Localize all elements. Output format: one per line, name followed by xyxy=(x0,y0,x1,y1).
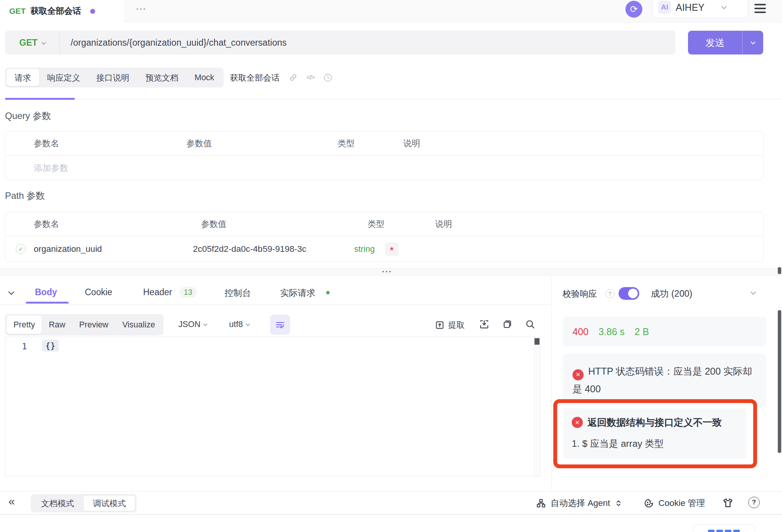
tab-console[interactable]: 控制台 xyxy=(224,287,251,299)
chevron-down-icon xyxy=(203,322,208,326)
sync-icon[interactable]: ⟳ xyxy=(625,1,642,18)
collapse-sidebar-icon[interactable]: « xyxy=(8,495,15,508)
body-view-segment: Pretty Raw Preview Visualize xyxy=(5,314,163,335)
workspace-selector[interactable]: AI AIHEY xyxy=(652,0,748,18)
send-button[interactable]: 发送 xyxy=(688,31,742,55)
search-icon[interactable] xyxy=(525,319,536,330)
editor-scrollbar[interactable] xyxy=(534,337,540,476)
copy-icon[interactable] xyxy=(502,319,513,330)
response-body-editor[interactable]: 1 {} xyxy=(5,337,540,476)
mode-segment: 文档模式 调试模式 xyxy=(31,494,137,512)
up-down-icon xyxy=(615,499,622,508)
request-tab[interactable]: GET 获取全部会话 xyxy=(0,0,125,22)
chevron-down-icon[interactable] xyxy=(751,289,756,295)
status-code: 400 xyxy=(572,326,589,337)
column-header-name: 参数名 xyxy=(34,138,186,149)
cookie-manager-button[interactable]: Cookie 管理 xyxy=(644,497,705,509)
path-params-heading: Path 参数 xyxy=(5,190,45,202)
column-header-desc: 说明 xyxy=(403,138,420,149)
tab-header[interactable]: Header xyxy=(143,287,172,297)
enabled-check-icon[interactable]: ✓ xyxy=(16,244,26,254)
more-tabs-button[interactable]: ⋯ xyxy=(132,0,150,18)
column-header-type: 类型 xyxy=(338,138,403,149)
schema-error-title: 返回数据结构与接口定义不一致 xyxy=(587,416,722,429)
word-wrap-button[interactable] xyxy=(270,315,290,335)
ai-badge: AI xyxy=(658,1,671,14)
response-time: 3.86 s xyxy=(599,326,625,337)
response-meta-card: 400 3.86 s 2 B xyxy=(563,317,766,347)
validate-response-label: 校验响应 xyxy=(563,288,597,300)
link-icon[interactable] xyxy=(289,73,298,82)
tab-api-description[interactable]: 接口说明 xyxy=(88,69,137,86)
splitter-handle-icon[interactable]: ⋯ xyxy=(381,265,393,278)
tab-mock[interactable]: Mock xyxy=(186,69,222,86)
actual-request-dot-icon xyxy=(326,291,330,294)
debug-mode-button[interactable]: 调试模式 xyxy=(83,495,135,511)
right-scroll-thumb[interactable] xyxy=(778,267,781,274)
format-value: JSON xyxy=(178,320,200,329)
extract-button[interactable]: 提取 xyxy=(435,319,465,330)
path-table-header: 参数名 参数值 类型 说明 xyxy=(5,212,763,236)
code-icon[interactable]: </> xyxy=(306,74,315,81)
method-label: GET xyxy=(19,38,37,48)
param-value-input[interactable]: 2c05f2d2-da0c-4b59-9198-3c xyxy=(193,244,354,254)
sitemap-icon xyxy=(536,498,546,508)
param-row-organization-uuid[interactable]: ✓ organization_uuid 2c05f2d2-da0c-4b59-9… xyxy=(5,236,763,261)
bottom-divider xyxy=(0,514,782,515)
expected-response-select[interactable]: 成功 (200) xyxy=(651,287,692,300)
column-header-type: 类型 xyxy=(368,218,435,230)
tab-actual-request[interactable]: 实际请求 xyxy=(280,287,315,299)
chevron-down-icon xyxy=(41,40,46,45)
tab-body[interactable]: Body xyxy=(35,287,57,297)
right-scroll-thumb[interactable] xyxy=(778,310,781,453)
tab-response-definition[interactable]: 响应定义 xyxy=(39,69,88,86)
question-icon[interactable]: ? xyxy=(748,497,760,508)
download-icon[interactable] xyxy=(479,319,490,330)
active-tab-indicator xyxy=(5,98,75,100)
partial-button[interactable] xyxy=(693,524,755,532)
schema-error-card: ✕ 返回数据结构与接口定义不一致 1. $ 应当是 array 类型 xyxy=(563,408,746,459)
doc-tabs-segment: 请求 响应定义 接口说明 预览文档 Mock xyxy=(5,68,224,88)
validate-toggle[interactable] xyxy=(619,287,639,300)
tshirt-icon[interactable] xyxy=(722,497,734,509)
mode-pretty[interactable]: Pretty xyxy=(7,316,42,334)
path-params-table: 参数名 参数值 类型 说明 ✓ organization_uuid 2c05f2… xyxy=(5,212,764,262)
history-clock-icon[interactable] xyxy=(323,73,333,83)
doc-mode-button[interactable]: 文档模式 xyxy=(32,495,83,511)
vertical-panel-divider xyxy=(551,276,552,491)
mode-preview[interactable]: Preview xyxy=(72,316,115,334)
editor-scroll-thumb[interactable] xyxy=(535,338,539,345)
error-icon: ✕ xyxy=(572,417,583,428)
send-options-button[interactable] xyxy=(742,31,763,55)
footer-bar: « 文档模式 调试模式 自动选择 Agent Cookie 管理 ? xyxy=(0,491,782,514)
column-header-name: 参数名 xyxy=(34,218,201,230)
mode-raw[interactable]: Raw xyxy=(42,316,72,334)
chevron-down-icon xyxy=(721,4,727,9)
add-param-placeholder: 添加参数 xyxy=(34,162,68,174)
hamburger-menu-icon[interactable] xyxy=(754,4,766,13)
format-select[interactable]: JSON xyxy=(178,320,207,329)
json-content: {} xyxy=(42,340,59,352)
tab-cookie[interactable]: Cookie xyxy=(85,287,112,297)
collapse-response-button[interactable] xyxy=(9,289,13,296)
method-select[interactable]: GET xyxy=(5,31,60,55)
panel-splitter[interactable]: ⋯ xyxy=(0,268,782,276)
doc-tabs-row: 请求 响应定义 接口说明 预览文档 Mock 获取全部会话 </> xyxy=(5,68,333,88)
agent-selector[interactable]: 自动选择 Agent xyxy=(536,497,622,509)
add-param-row[interactable]: 添加参数 xyxy=(5,156,763,180)
mode-visualize[interactable]: Visualize xyxy=(115,316,162,334)
query-params-table: 参数名 参数值 类型 说明 添加参数 xyxy=(5,131,764,180)
cookie-label: Cookie 管理 xyxy=(658,497,705,509)
header-count-badge: 13 xyxy=(180,287,196,298)
encoding-select[interactable]: utf8 xyxy=(229,320,249,329)
tab-method-label: GET xyxy=(9,7,26,16)
schema-error-annotation-box: ✕ 返回数据结构与接口定义不一致 1. $ 应当是 array 类型 xyxy=(553,399,757,468)
http-status-error-text: HTTP 状态码错误：应当是 200 实际却是 400 xyxy=(572,366,752,394)
tab-preview-doc[interactable]: 预览文档 xyxy=(137,69,186,86)
tab-request[interactable]: 请求 xyxy=(7,69,39,86)
chevron-down-icon xyxy=(751,40,756,45)
doc-title-icons: </> xyxy=(289,73,333,83)
help-icon[interactable]: ? xyxy=(605,289,614,298)
cookie-icon xyxy=(644,498,654,508)
url-input[interactable]: /organizations/{organization_uuid}/chat_… xyxy=(60,38,287,48)
